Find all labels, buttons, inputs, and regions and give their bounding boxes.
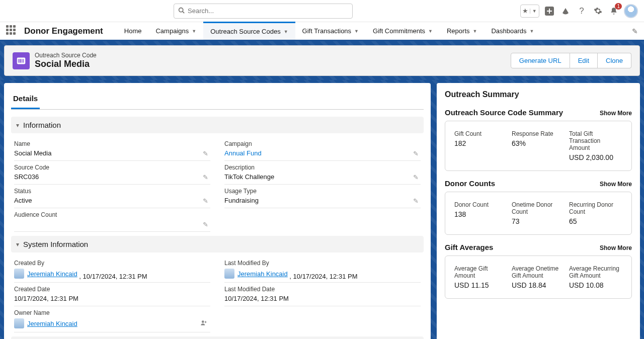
field-last-modified-by: Last Modified By Jeremiah Kincaid , 10/1… [224,257,421,283]
outreach-source-code-icon [13,52,30,69]
field-source-code: Source Code SRC036 ✎ [14,161,210,185]
edit-pencil-icon[interactable]: ✎ [413,150,419,157]
add-icon[interactable] [543,5,555,17]
nav-home[interactable]: Home [117,22,149,40]
show-more-link[interactable]: Show More [600,110,632,117]
search-icon [178,7,185,15]
field-status: Status Active ✎ [14,185,210,208]
object-label: Outreach Source Code [35,52,97,59]
header-actions: ★▼ ? 1 [520,4,638,18]
clone-button[interactable]: Clone [598,53,631,68]
show-more-link[interactable]: Show More [600,244,632,251]
summary-panel: Outreach Summary Outreach Source Code Su… [437,83,640,339]
help-icon[interactable]: ? [576,5,588,17]
section-url[interactable]: ▾ Outreach Source Code URL [11,336,424,339]
svg-line-5 [183,11,184,13]
edit-button[interactable]: Edit [570,53,598,68]
section-system-information[interactable]: ▾ System Information [11,236,424,252]
salesforce-help-icon[interactable] [559,5,572,17]
donor-counts-title: Donor Counts [445,179,495,188]
field-description: Description TikTok Challenge ✎ [224,161,421,185]
details-panel: Details ▾ Information Name Social Media … [4,83,431,339]
edit-pencil-icon[interactable]: ✎ [413,174,419,181]
chevron-down-icon[interactable]: ▼ [284,29,288,34]
svg-point-4 [179,8,183,12]
app-launcher-icon[interactable] [6,25,18,37]
edit-pencil-icon[interactable]: ✎ [203,197,208,205]
favorites-button[interactable]: ★▼ [520,5,539,18]
created-by-link[interactable]: Jeremiah Kincaid [27,270,77,278]
field-campaign: Campaign Annual Fund ✎ [224,137,421,161]
app-nav: Donor Engagement Home Campaigns▼ Outreac… [0,22,644,41]
notifications-icon[interactable]: 1 [608,5,620,17]
nav-outreach-source-codes[interactable]: Outreach Source Codes▼ [203,22,295,40]
field-last-modified-date: Last Modified Date 10/17/2024, 12:31 PM [224,283,421,306]
edit-pencil-icon[interactable]: ✎ [203,221,208,228]
generate-url-button[interactable]: Generate URL [511,53,570,68]
campaign-link[interactable]: Annual Fund [224,149,421,158]
chevron-down-icon[interactable]: ▼ [192,29,196,34]
record-title: Social Media [35,59,97,69]
chevron-down-icon: ▼ [530,9,539,14]
field-owner: Owner Name Jeremiah Kincaid [14,306,210,332]
global-header: ★▼ ? 1 [0,0,644,22]
nav-dashboards[interactable]: Dashboards▼ [484,22,541,40]
nav-gift-commitments[interactable]: Gift Commitments▼ [366,22,440,40]
chevron-down-icon: ▾ [16,241,19,248]
notification-badge: 1 [615,3,622,10]
user-avatar-icon [14,318,24,328]
edit-pencil-icon[interactable]: ✎ [203,150,208,157]
field-audience-count: Audience Count ✎ [14,208,210,232]
nav-gift-transactions[interactable]: Gift Transactions▼ [295,22,366,40]
chevron-down-icon[interactable]: ▼ [530,29,534,34]
field-created-by: Created By Jeremiah Kincaid , 10/17/2024… [14,257,210,283]
show-more-link[interactable]: Show More [600,181,632,188]
global-search[interactable] [174,4,353,19]
chevron-down-icon[interactable]: ▼ [354,29,359,34]
search-input[interactable] [188,7,348,15]
record-header: Outreach Source Code Social Media Genera… [4,45,640,76]
nav-reports[interactable]: Reports▼ [440,22,484,40]
section-information[interactable]: ▾ Information [11,117,424,133]
donor-counts-box: Donor Count138 Onetime Donor Count73 Rec… [445,192,632,235]
user-avatar-icon [14,269,24,279]
chevron-down-icon[interactable]: ▼ [473,29,477,34]
edit-pencil-icon[interactable]: ✎ [413,197,419,205]
edit-pencil-icon[interactable]: ✎ [203,174,208,181]
edit-nav-pencil-icon[interactable]: ✎ [632,27,638,35]
owner-link[interactable]: Jeremiah Kincaid [27,320,77,327]
modified-by-link[interactable]: Jeremiah Kincaid [237,270,288,278]
star-icon: ★ [521,7,530,15]
user-avatar[interactable] [624,4,638,18]
nav-campaigns[interactable]: Campaigns▼ [148,22,203,40]
field-created-date: Created Date 10/17/2024, 12:31 PM [14,283,210,306]
svg-point-13 [202,320,204,323]
setup-gear-icon[interactable] [592,5,604,17]
field-name: Name Social Media ✎ [14,137,210,161]
field-usage-type: Usage Type Fundraising ✎ [224,185,421,208]
app-name: Donor Engagement [24,26,103,36]
user-avatar-icon [224,269,234,279]
gift-averages-box: Average Gift AmountUSD 11.15 Average One… [445,256,632,299]
code-summary-box: Gift Count182 Response Rate63% Total Gif… [445,121,632,171]
code-summary-title: Outreach Source Code Summary [445,108,563,117]
gift-averages-title: Gift Averages [445,243,493,251]
summary-title: Outreach Summary [445,90,632,99]
change-owner-icon[interactable] [200,319,207,328]
chevron-down-icon: ▾ [16,122,19,129]
chevron-down-icon[interactable]: ▼ [428,29,433,34]
tab-details[interactable]: Details [11,91,40,109]
